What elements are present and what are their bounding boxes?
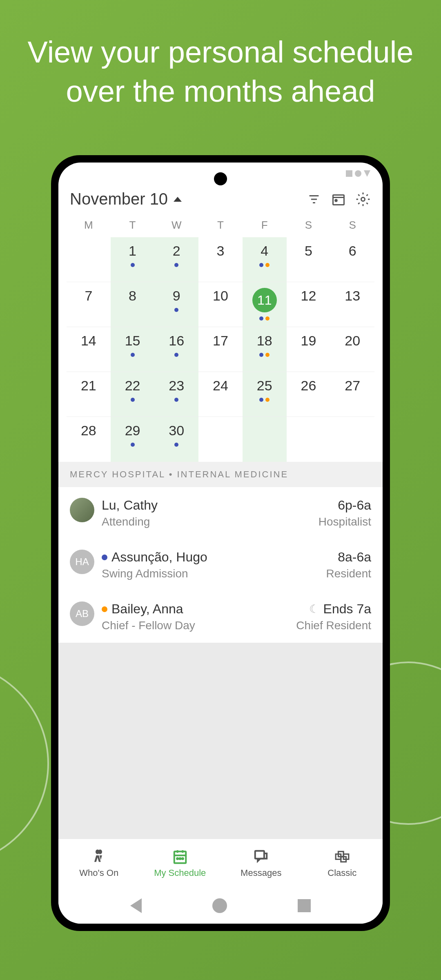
back-button[interactable] <box>130 898 142 913</box>
month-selector[interactable]: November 10 <box>70 190 298 208</box>
calendar-day[interactable]: 6 <box>330 237 374 282</box>
app-header: November 10 <box>58 181 383 216</box>
system-nav <box>58 888 383 924</box>
day-number: 22 <box>111 378 155 394</box>
bottom-nav: Who's OnMy ScheduleMessagesClassic <box>58 839 383 888</box>
svg-point-6 <box>361 197 365 201</box>
calendar-day[interactable]: 23 <box>154 372 198 417</box>
status-icon <box>364 170 370 177</box>
nav-label: Classic <box>327 868 356 878</box>
calendar-day[interactable]: 9 <box>154 282 198 327</box>
calendar-day[interactable]: 21 <box>67 372 111 417</box>
day-number: 12 <box>287 288 331 304</box>
recent-button[interactable] <box>298 899 311 912</box>
shift-time: 8a-6a <box>326 550 371 565</box>
settings-button[interactable] <box>355 191 371 207</box>
calendar-day[interactable]: 18 <box>243 327 287 372</box>
calendar-day[interactable]: 28 <box>67 417 111 462</box>
day-number: 4 <box>243 243 287 259</box>
filter-button[interactable] <box>306 191 322 207</box>
event-dot-icon <box>259 263 263 267</box>
calendar-day[interactable]: 2 <box>154 237 198 282</box>
event-dot-icon <box>174 353 178 357</box>
calendar-day[interactable]: 24 <box>198 372 243 417</box>
day-number: 15 <box>111 333 155 349</box>
home-button[interactable] <box>212 898 227 913</box>
person-role: Chief - Fellow Day <box>102 619 289 632</box>
calendar-day[interactable]: 8 <box>111 282 155 327</box>
nav-icon <box>172 849 188 864</box>
schedule-item[interactable]: HAAssunção, HugoSwing Admission8a-6aResi… <box>58 539 383 591</box>
calendar-day[interactable]: 17 <box>198 327 243 372</box>
calendar-day[interactable]: 29 <box>111 417 155 462</box>
calendar-day <box>330 417 374 462</box>
calendar-day[interactable]: 7 <box>67 282 111 327</box>
day-number: 18 <box>243 333 287 349</box>
calendar-day[interactable]: 22 <box>111 372 155 417</box>
person-name: Assunção, Hugo <box>102 550 318 565</box>
calendar-day[interactable]: 30 <box>154 417 198 462</box>
calendar-day[interactable]: 27 <box>330 372 374 417</box>
avatar: AB <box>70 601 94 626</box>
day-number: 17 <box>198 333 243 349</box>
calendar-day[interactable]: 26 <box>287 372 331 417</box>
banner-text: View your personal schedule over the mon… <box>0 0 441 136</box>
person-role: Swing Admission <box>102 567 318 580</box>
calendar-day[interactable]: 25 <box>243 372 287 417</box>
day-number: 2 <box>154 243 198 259</box>
schedule-item[interactable]: Lu, CathyAttending6p-6aHospitalist <box>58 487 383 539</box>
nav-label: My Schedule <box>154 868 206 878</box>
event-dot-icon <box>259 353 263 357</box>
schedule-item[interactable]: ABBailey, AnnaChief - Fellow Day☾Ends 7a… <box>58 591 383 643</box>
calendar-day[interactable]: 3 <box>198 237 243 282</box>
nav-my-schedule[interactable]: My Schedule <box>140 839 221 888</box>
calendar-day[interactable]: 4 <box>243 237 287 282</box>
calendar-day[interactable]: 15 <box>111 327 155 372</box>
day-number: 19 <box>287 333 331 349</box>
nav-messages[interactable]: Messages <box>220 839 302 888</box>
day-number: 10 <box>198 288 243 304</box>
event-dot-icon <box>174 443 178 447</box>
day-number: 14 <box>67 333 111 349</box>
event-dot-icon <box>265 316 270 321</box>
day-number: 1 <box>111 243 155 259</box>
nav-icon <box>253 849 269 864</box>
calendar-day[interactable]: 10 <box>198 282 243 327</box>
position-label: Resident <box>326 567 371 580</box>
calendar-day[interactable]: 13 <box>330 282 374 327</box>
nav-icon <box>91 849 107 864</box>
status-icon <box>355 170 361 177</box>
day-number: 6 <box>330 243 374 259</box>
day-number: 8 <box>111 288 155 304</box>
calendar-day[interactable]: 5 <box>287 237 331 282</box>
weekday-label: F <box>243 219 287 232</box>
camera-notch <box>214 172 227 185</box>
calendar-day[interactable]: 20 <box>330 327 374 372</box>
avatar: HA <box>70 550 94 574</box>
calendar: MTWTFSS 12345678910111213141516171819202… <box>58 216 383 462</box>
day-number: 28 <box>67 423 111 439</box>
shift-time: 6p-6a <box>318 498 371 513</box>
calendar-day[interactable]: 12 <box>287 282 331 327</box>
day-number: 29 <box>111 423 155 439</box>
calendar-day[interactable]: 19 <box>287 327 331 372</box>
calendar-day[interactable]: 1 <box>111 237 155 282</box>
position-label: Hospitalist <box>318 515 371 528</box>
event-dot-icon <box>131 398 135 402</box>
svg-point-13 <box>182 858 183 859</box>
nav-classic[interactable]: Classic <box>302 839 383 888</box>
calendar-day[interactable]: 14 <box>67 327 111 372</box>
event-dot-icon <box>265 263 270 267</box>
calendar-day[interactable]: 11 <box>243 282 287 327</box>
day-number: 21 <box>67 378 111 394</box>
day-number: 23 <box>154 378 198 394</box>
calendar-day[interactable]: 16 <box>154 327 198 372</box>
day-number: 20 <box>330 333 374 349</box>
shift-time: ☾Ends 7a <box>296 601 371 617</box>
nav-label: Messages <box>241 868 281 878</box>
calendar-day <box>198 417 243 462</box>
person-role: Attending <box>102 515 311 528</box>
day-number: 25 <box>243 378 287 394</box>
nav-who-s-on[interactable]: Who's On <box>58 839 140 888</box>
today-button[interactable] <box>330 191 347 207</box>
